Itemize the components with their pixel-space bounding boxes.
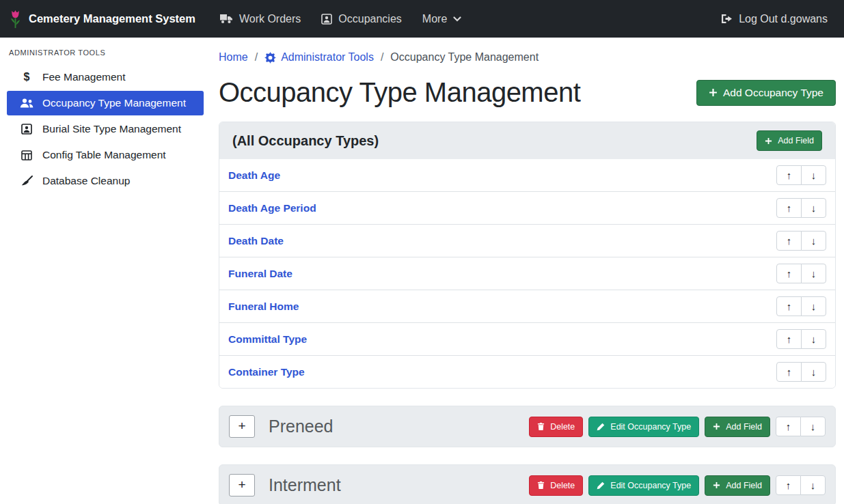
sidebar-item-database-cleanup[interactable]: Database Cleanup bbox=[7, 169, 204, 193]
sidebar-item-burial-site-type-management[interactable]: Burial Site Type Management bbox=[7, 117, 204, 141]
all-occupancy-types-card: (All Occupancy Types) Add Field Death Ag… bbox=[219, 122, 836, 389]
breadcrumb-current-page: Occupancy Type Management bbox=[390, 51, 539, 64]
move-down-button[interactable]: ↓ bbox=[801, 165, 826, 185]
move-down-button[interactable]: ↓ bbox=[800, 417, 826, 436]
logout-label: Log Out d.gowans bbox=[739, 13, 828, 25]
reorder-button-group: ↑ ↓ bbox=[776, 296, 826, 316]
nav-item-more[interactable]: More bbox=[412, 8, 472, 31]
edit-occupancy-type-button[interactable]: Edit Occupancy Type bbox=[588, 475, 699, 496]
edit-occupancy-type-button[interactable]: Edit Occupancy Type bbox=[588, 417, 699, 437]
add-field-label: Add Field bbox=[778, 136, 814, 145]
move-up-button[interactable]: ↑ bbox=[776, 231, 802, 251]
add-field-button[interactable]: Add Field bbox=[705, 417, 770, 437]
main-content: Home / Administrator Tools / Occupancy T… bbox=[210, 38, 844, 504]
breadcrumb-administrator-tools[interactable]: Administrator Tools bbox=[264, 51, 374, 64]
move-down-button[interactable]: ↓ bbox=[801, 231, 826, 251]
expand-button[interactable]: + bbox=[229, 415, 255, 438]
card-title: (All Occupancy Types) bbox=[232, 133, 379, 149]
reorder-button-group: ↑ ↓ bbox=[776, 329, 826, 349]
section-interment: + Interment Delete Edit Occ bbox=[219, 464, 836, 504]
field-link[interactable]: Death Age bbox=[228, 169, 280, 182]
add-field-button[interactable]: Add Field bbox=[705, 475, 770, 496]
breadcrumb-home[interactable]: Home bbox=[219, 51, 248, 64]
sidebar-heading: Administrator Tools bbox=[0, 43, 210, 64]
field-row: Committal Type ↑ ↓ bbox=[219, 322, 835, 355]
move-down-button[interactable]: ↓ bbox=[801, 329, 826, 349]
delete-button[interactable]: Delete bbox=[529, 417, 583, 437]
all-occupancy-types-header: (All Occupancy Types) Add Field bbox=[219, 122, 835, 159]
sidebar-item-label: Config Table Management bbox=[42, 149, 166, 161]
sidebar-item-fee-management[interactable]: $ Fee Management bbox=[7, 65, 204, 89]
plus-icon bbox=[709, 88, 718, 97]
field-link[interactable]: Container Type bbox=[228, 366, 305, 378]
dollar-icon: $ bbox=[20, 71, 33, 83]
reorder-button-group: ↑ ↓ bbox=[776, 362, 826, 382]
chevron-down-icon bbox=[453, 16, 461, 22]
move-down-button[interactable]: ↓ bbox=[801, 362, 826, 382]
add-field-button[interactable]: Add Field bbox=[757, 130, 822, 151]
field-row: Death Age Period ↑ ↓ bbox=[219, 191, 835, 224]
move-up-button[interactable]: ↑ bbox=[776, 296, 802, 316]
move-down-button[interactable]: ↓ bbox=[801, 296, 826, 316]
app-brand[interactable]: Cemetery Management System bbox=[8, 9, 195, 29]
gear-icon bbox=[264, 52, 276, 64]
delete-button[interactable]: Delete bbox=[529, 475, 583, 496]
logout-icon bbox=[721, 14, 733, 24]
move-down-button[interactable]: ↓ bbox=[800, 475, 826, 495]
field-link[interactable]: Funeral Home bbox=[228, 300, 299, 313]
reorder-button-group: ↑ ↓ bbox=[776, 165, 826, 185]
tulip-logo-icon bbox=[8, 9, 23, 29]
move-down-button[interactable]: ↓ bbox=[801, 264, 826, 283]
page-title: Occupancy Type Management bbox=[219, 77, 580, 108]
add-occupancy-type-button[interactable]: Add Occupancy Type bbox=[696, 80, 836, 106]
breadcrumb-separator: / bbox=[381, 51, 383, 64]
nav-item-label: More bbox=[422, 13, 447, 25]
reorder-button-group: ↑ ↓ bbox=[776, 198, 826, 218]
move-down-button[interactable]: ↓ bbox=[801, 198, 826, 218]
section-actions: Delete Edit Occupancy Type Add Field ↑ bbox=[529, 417, 826, 437]
top-navbar: Cemetery Management System Work Orders bbox=[0, 0, 844, 38]
users-icon bbox=[20, 98, 33, 108]
trash-icon bbox=[537, 481, 545, 490]
sidebar-item-occupancy-type-management[interactable]: Occupancy Type Management bbox=[7, 91, 204, 115]
reorder-button-group: ↑ ↓ bbox=[776, 231, 826, 251]
trash-icon bbox=[537, 422, 545, 431]
nav-item-work-orders[interactable]: Work Orders bbox=[209, 8, 311, 31]
field-row: Death Date ↑ ↓ bbox=[219, 224, 835, 257]
move-up-button[interactable]: ↑ bbox=[776, 417, 801, 436]
field-link[interactable]: Death Age Period bbox=[228, 202, 316, 214]
nav-item-occupancies[interactable]: Occupancies bbox=[311, 8, 412, 31]
portrait-icon bbox=[20, 124, 33, 135]
app-title: Cemetery Management System bbox=[29, 12, 195, 25]
logout-button[interactable]: Log Out d.gowans bbox=[721, 13, 828, 25]
reorder-button-group: ↑ ↓ bbox=[776, 417, 826, 436]
move-up-button[interactable]: ↑ bbox=[776, 264, 802, 283]
move-up-button[interactable]: ↑ bbox=[776, 329, 802, 349]
field-link[interactable]: Funeral Date bbox=[228, 268, 292, 280]
sidebar-item-label: Burial Site Type Management bbox=[42, 123, 181, 135]
plus-icon bbox=[713, 423, 720, 430]
reorder-button-group: ↑ ↓ bbox=[776, 475, 826, 495]
nav-item-label: Occupancies bbox=[338, 13, 402, 25]
plus-icon bbox=[765, 137, 772, 145]
move-up-button[interactable]: ↑ bbox=[776, 362, 802, 382]
move-up-button[interactable]: ↑ bbox=[776, 165, 802, 185]
section-actions: Delete Edit Occupancy Type Add Field ↑ bbox=[529, 475, 826, 496]
field-link[interactable]: Death Date bbox=[228, 235, 284, 247]
move-up-button[interactable]: ↑ bbox=[776, 475, 801, 495]
plus-icon bbox=[713, 481, 720, 489]
add-field-label: Add Field bbox=[726, 481, 762, 490]
field-row: Death Age ↑ ↓ bbox=[219, 159, 835, 191]
expand-button[interactable]: + bbox=[229, 474, 255, 496]
pencil-icon bbox=[597, 481, 605, 490]
section-title: Preneed bbox=[269, 417, 333, 436]
occupant-portrait-icon bbox=[321, 14, 332, 25]
sidebar-item-label: Occupancy Type Management bbox=[42, 97, 186, 109]
field-row: Funeral Home ↑ ↓ bbox=[219, 290, 835, 322]
sidebar: Administrator Tools $ Fee Management Occ… bbox=[0, 38, 210, 504]
breadcrumb-administrator-tools-label: Administrator Tools bbox=[281, 51, 374, 64]
add-occupancy-type-label: Add Occupancy Type bbox=[723, 87, 823, 99]
field-link[interactable]: Committal Type bbox=[228, 333, 307, 346]
move-up-button[interactable]: ↑ bbox=[776, 198, 802, 218]
sidebar-item-config-table-management[interactable]: Config Table Management bbox=[7, 143, 204, 167]
